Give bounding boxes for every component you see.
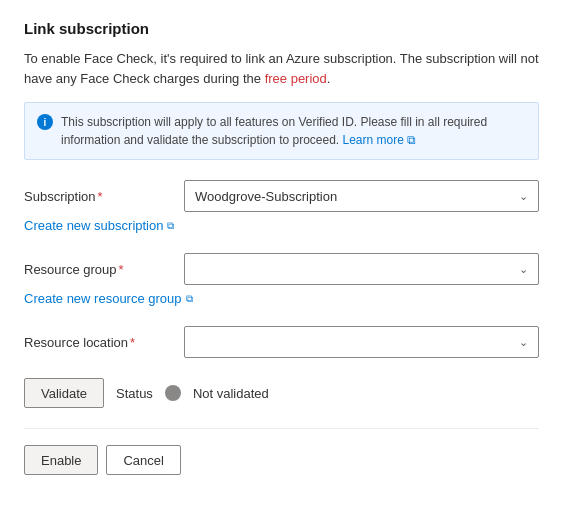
resource-group-row: Resource group* ⌄ — [24, 253, 539, 285]
external-link-icon: ⧉ — [407, 133, 416, 147]
page-description: To enable Face Check, it's required to l… — [24, 49, 539, 88]
resource-group-section: Resource group* ⌄ Create new resource gr… — [24, 253, 539, 322]
external-link-icon: ⧉ — [167, 220, 174, 232]
subscription-label: Subscription* — [24, 189, 184, 204]
subscription-value: Woodgrove-Subscription — [195, 189, 337, 204]
action-row: Enable Cancel — [24, 445, 539, 475]
info-box: i This subscription will apply to all fe… — [24, 102, 539, 160]
validate-row: Validate Status Not validated — [24, 378, 539, 408]
description-highlight: free period — [265, 71, 327, 86]
resource-group-dropdown[interactable]: ⌄ — [184, 253, 539, 285]
cancel-button[interactable]: Cancel — [106, 445, 180, 475]
resource-location-dropdown[interactable]: ⌄ — [184, 326, 539, 358]
learn-more-link[interactable]: Learn more ⧉ — [343, 133, 417, 147]
validate-button[interactable]: Validate — [24, 378, 104, 408]
create-subscription-link[interactable]: Create new subscription ⧉ — [24, 218, 174, 233]
info-box-text: This subscription will apply to all feat… — [61, 113, 526, 149]
subscription-section: Subscription* Woodgrove-Subscription ⌄ C… — [24, 180, 539, 249]
resource-location-label: Resource location* — [24, 335, 184, 350]
status-text: Not validated — [193, 386, 269, 401]
chevron-down-icon: ⌄ — [519, 336, 528, 349]
resource-location-section: Resource location* ⌄ — [24, 326, 539, 358]
divider — [24, 428, 539, 429]
status-dot — [165, 385, 181, 401]
chevron-down-icon: ⌄ — [519, 263, 528, 276]
description-text-2: . — [327, 71, 331, 86]
info-icon: i — [37, 114, 53, 130]
enable-button[interactable]: Enable — [24, 445, 98, 475]
status-label: Status — [116, 386, 153, 401]
external-link-icon: ⧉ — [186, 293, 193, 305]
page-title: Link subscription — [24, 20, 539, 37]
subscription-row: Subscription* Woodgrove-Subscription ⌄ — [24, 180, 539, 212]
create-resource-group-link[interactable]: Create new resource group ⧉ — [24, 291, 193, 306]
resource-location-row: Resource location* ⌄ — [24, 326, 539, 358]
chevron-down-icon: ⌄ — [519, 190, 528, 203]
subscription-dropdown[interactable]: Woodgrove-Subscription ⌄ — [184, 180, 539, 212]
resource-group-label: Resource group* — [24, 262, 184, 277]
